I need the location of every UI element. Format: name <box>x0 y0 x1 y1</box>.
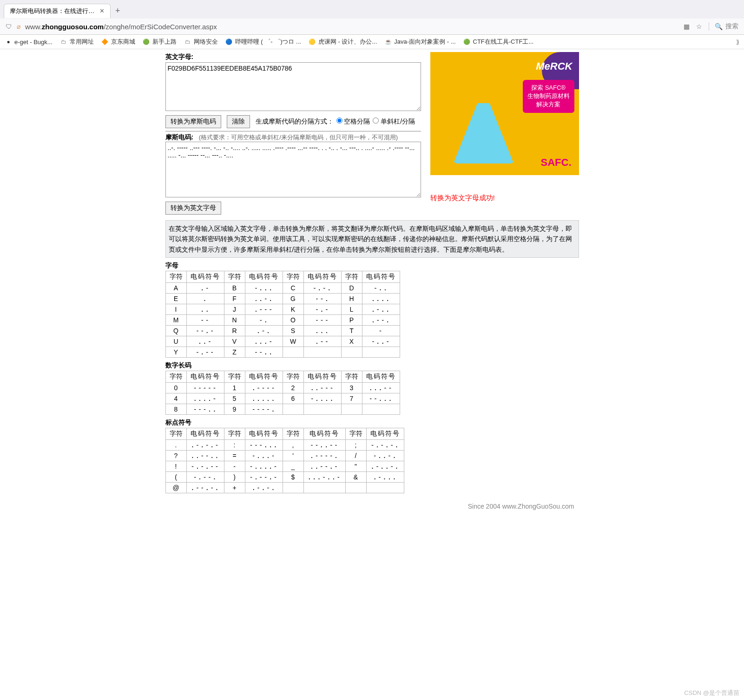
char-cell: R <box>224 326 245 336</box>
th-char: 字符 <box>283 271 303 283</box>
morse-input[interactable] <box>165 142 421 197</box>
bookmark-item[interactable]: ☕Java-面向对象案例 - ... <box>384 38 455 46</box>
char-cell: / <box>345 451 366 461</box>
favicon-icon: 🟢 <box>463 38 471 46</box>
close-icon[interactable]: ✕ <box>99 7 105 14</box>
char-cell: V <box>224 336 245 347</box>
sep-slash-option[interactable]: 单斜杠/分隔 <box>373 118 415 126</box>
code-cell: -.-- <box>186 347 224 358</box>
favicon-icon: 🔶 <box>101 38 109 46</box>
sep-space-option[interactable]: 空格分隔 <box>336 118 370 126</box>
code-cell: ..-. <box>245 294 283 304</box>
code-cell: --... <box>362 393 400 404</box>
char-cell: X <box>341 336 362 347</box>
browser-search[interactable]: 🔍 搜索 <box>709 22 738 31</box>
shield-icon[interactable]: 🛡 <box>6 23 12 30</box>
qr-icon[interactable]: ▦ <box>684 23 690 30</box>
char-cell: - <box>224 461 245 472</box>
code-cell: ---... <box>245 440 283 451</box>
status-message: 转换为英文字母成功! <box>430 194 579 203</box>
char-cell: 3 <box>341 383 362 393</box>
th-code: 电码符号 <box>362 271 400 283</box>
bookmark-item[interactable]: ●e-get - Bugk... <box>5 38 53 46</box>
char-cell: & <box>345 472 366 483</box>
bookmark-item[interactable]: 🟢新手上路 <box>143 38 177 46</box>
char-cell <box>283 483 303 493</box>
bookmark-item[interactable]: 🟢CTF在线工具-CTF工... <box>463 38 534 46</box>
bookmark-label: 常用网址 <box>70 38 94 46</box>
to-morse-button[interactable]: 转换为摩斯电码 <box>165 115 221 128</box>
th-code: 电码符号 <box>245 371 283 383</box>
tab-bar: 摩尔斯电码转换器：在线进行摩尔斯 ✕ + <box>0 0 744 19</box>
new-tab-button[interactable]: + <box>115 6 120 16</box>
bookmarks-overflow-icon[interactable]: ⟫ <box>736 39 739 46</box>
char-cell <box>283 347 303 358</box>
char-cell: @ <box>165 483 186 493</box>
sep-space-radio[interactable] <box>336 118 342 124</box>
code-cell: ----- <box>186 383 224 393</box>
table-row: Q--.-R.-.S...T- <box>165 326 400 336</box>
code-cell: ----. <box>245 404 283 415</box>
code-cell: -.... <box>303 393 341 404</box>
code-cell: ..--.. <box>186 451 224 461</box>
table-row: I..J.---K-.-L.-.. <box>165 304 400 315</box>
char-cell: $ <box>283 472 303 483</box>
code-cell: .---- <box>245 383 283 393</box>
bookmark-star-icon[interactable]: ☆ <box>696 23 702 30</box>
code-cell: ...- <box>245 336 283 347</box>
favicon-icon: ● <box>5 38 12 46</box>
char-cell: 1 <box>224 383 245 393</box>
bookmark-label: 网络安全 <box>194 38 218 46</box>
punct-table: 字符电码符号字符电码符号字符电码符号字符电码符号..-.-.-:---...,-… <box>165 428 404 493</box>
th-code: 电码符号 <box>186 371 224 383</box>
char-cell: P <box>341 315 362 326</box>
search-icon: 🔍 <box>715 23 723 30</box>
bookmark-item[interactable]: 🔶京东商城 <box>101 38 135 46</box>
morse-label: 摩斯电码: <box>165 133 194 141</box>
code-cell: -. <box>245 315 283 326</box>
url-display[interactable]: www.zhongguosou.com/zonghe/moErSiCodeCon… <box>25 23 679 31</box>
favicon-icon: 🟡 <box>309 38 316 46</box>
char-cell: K <box>283 304 303 315</box>
code-cell: .-. <box>245 326 283 336</box>
code-cell <box>303 404 341 415</box>
th-char: 字符 <box>224 428 245 440</box>
char-cell: U <box>165 336 186 347</box>
bookmark-item[interactable]: 🔵哔哩哔哩 ( ゜- ゜)つロ ... <box>225 38 301 46</box>
advertisement[interactable]: 广告✕ MeRCK 探索 SAFC® 生物制药原材料 解决方案 SAFC. <box>430 52 579 175</box>
table-row: 4....-5.....6-....7--... <box>165 393 400 404</box>
char-cell: + <box>224 483 245 493</box>
code-cell: ....- <box>186 393 224 404</box>
bookmark-item[interactable]: 🗀网络安全 <box>184 38 218 46</box>
code-cell: ---.. <box>186 404 224 415</box>
bookmark-item[interactable]: 🗀常用网址 <box>60 38 94 46</box>
english-input[interactable] <box>165 62 421 111</box>
code-cell: -.--.- <box>245 472 283 483</box>
bookmark-label: 京东商城 <box>111 38 135 46</box>
bookmark-label: 哔哩哔哩 ( ゜- ゜)つロ ... <box>235 38 301 46</box>
table-row: 0-----1.----2..---3...-- <box>165 383 400 393</box>
th-code: 电码符号 <box>303 428 345 440</box>
bookmark-label: e-get - Bugk... <box>14 39 53 46</box>
char-cell: 4 <box>165 393 186 404</box>
th-code: 电码符号 <box>186 428 224 440</box>
char-cell: 8 <box>165 404 186 415</box>
char-cell: 7 <box>341 393 362 404</box>
browser-tab[interactable]: 摩尔斯电码转换器：在线进行摩尔斯 ✕ <box>4 4 111 18</box>
clear-button[interactable]: 清除 <box>227 115 250 128</box>
th-code: 电码符号 <box>245 271 283 283</box>
char-cell: 2 <box>283 383 303 393</box>
bookmark-item[interactable]: 🟡虎课网 - 设计、办公... <box>309 38 377 46</box>
sep-slash-radio[interactable] <box>373 118 379 124</box>
code-cell: -..-. <box>366 451 404 461</box>
char-cell: A <box>165 283 186 294</box>
char-cell: M <box>165 315 186 326</box>
lock-off-icon[interactable]: ⌀ <box>17 23 20 30</box>
description-box: 在英文字母输入区域输入英文字母，单击转换为摩尔斯，将英文翻译为摩尔斯代码。在摩斯… <box>165 220 579 258</box>
code-cell: -..- <box>362 336 400 347</box>
bookmark-label: 虎课网 - 设计、办公... <box>318 38 377 46</box>
to-english-button[interactable]: 转换为英文字母 <box>165 202 221 215</box>
char-cell: S <box>283 326 303 336</box>
table-row: 8---..9----. <box>165 404 400 415</box>
char-cell: 9 <box>224 404 245 415</box>
